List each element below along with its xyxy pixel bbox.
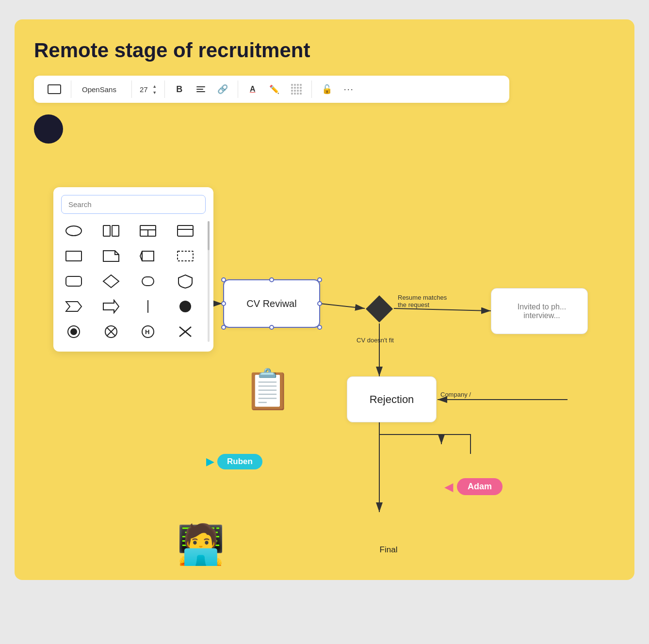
shape-table[interactable]	[135, 221, 161, 241]
align-button[interactable]	[192, 80, 210, 98]
rejection-label: Rejection	[370, 393, 414, 406]
shapes-scrollbar	[208, 221, 210, 342]
more-icon: ···	[344, 84, 354, 95]
page-title: Remote stage of recruitment	[34, 39, 615, 62]
shapes-panel: H	[53, 187, 213, 352]
svg-marker-9	[103, 251, 119, 261]
link-icon: 🔗	[217, 84, 228, 95]
handle-mr	[317, 301, 322, 306]
shape-rect[interactable]	[61, 246, 86, 266]
invited-label: Invited to ph...interview...	[514, 299, 570, 324]
svg-rect-2	[112, 225, 119, 236]
rejection-node[interactable]: Rejection	[347, 376, 437, 422]
shape-line[interactable]	[135, 296, 161, 317]
toolbar-divider-1	[71, 80, 71, 98]
cv-reviwal-label: CV Reviwal	[246, 298, 296, 309]
shape-chevron[interactable]	[61, 296, 86, 317]
page-container: Remote stage of recruitment OpenSans 27 …	[15, 19, 634, 580]
ruben-cursor: ▶ Ruben	[206, 454, 262, 469]
final-label: Final	[374, 545, 403, 555]
svg-line-33	[394, 308, 491, 311]
handle-tm	[269, 277, 274, 282]
font-size-up[interactable]: ▲	[151, 83, 159, 89]
align-icon	[196, 86, 205, 92]
lock-button[interactable]: 🔓	[318, 80, 336, 98]
shape-stadium[interactable]	[135, 271, 161, 291]
adam-cursor: ◀ Adam	[444, 478, 503, 495]
svg-point-0	[66, 226, 81, 236]
shape-card[interactable]	[173, 221, 198, 241]
shape-rounded-rect[interactable]	[61, 271, 86, 291]
pen-button[interactable]: ✏️	[265, 80, 283, 98]
ruben-cursor-arrow: ▶	[206, 455, 214, 468]
handle-br	[317, 325, 322, 330]
invited-node[interactable]: Invited to ph...interview...	[491, 288, 588, 334]
resume-matches-label: Resume matchesthe request	[398, 294, 447, 308]
lock-icon: 🔓	[322, 84, 332, 95]
shape-arrow-right[interactable]	[98, 296, 124, 317]
shape-x-mark[interactable]	[173, 322, 198, 342]
company-label: Company /	[440, 391, 471, 398]
handle-bl	[221, 325, 226, 330]
shape-columns[interactable]	[98, 221, 124, 241]
shape-h-circle[interactable]: H	[135, 322, 161, 342]
shape-shield[interactable]	[173, 271, 198, 291]
text-color-button[interactable]: A	[244, 80, 261, 98]
svg-point-21	[70, 328, 77, 335]
cv-doesnt-fit-label: CV doesn't fit	[357, 337, 394, 344]
adam-cursor-label: Adam	[457, 478, 503, 495]
font-size-down[interactable]: ▼	[151, 90, 159, 96]
pen-icon: ✏️	[269, 84, 279, 95]
shapes-search-input[interactable]	[61, 195, 206, 214]
handle-tl	[221, 277, 226, 282]
handle-ml	[221, 301, 226, 306]
svg-rect-13	[66, 276, 81, 286]
grid-button[interactable]	[287, 80, 306, 98]
shape-oval[interactable]	[61, 221, 86, 241]
toolbar-divider-2	[131, 80, 132, 98]
svg-marker-17	[103, 300, 119, 313]
bold-button[interactable]: B	[171, 80, 188, 98]
svg-text:H: H	[145, 328, 149, 336]
svg-rect-12	[178, 251, 193, 261]
svg-rect-6	[178, 225, 193, 236]
svg-marker-16	[66, 302, 81, 311]
cv-reviwal-node[interactable]: CV Reviwal	[223, 279, 320, 328]
svg-point-19	[179, 301, 191, 312]
toolbar: OpenSans 27 ▲ ▼ B 🔗 A ✏️	[34, 76, 509, 103]
text-color-icon: A	[250, 85, 256, 94]
toolbar-divider-5	[311, 80, 312, 98]
font-size-control: 27 ▲ ▼	[138, 83, 159, 96]
shape-process[interactable]	[135, 246, 161, 266]
handle-bm	[269, 325, 274, 330]
svg-line-32	[320, 304, 365, 308]
final-node[interactable]	[34, 114, 63, 144]
shapes-grid: H	[61, 221, 206, 342]
adam-cursor-arrow: ◀	[444, 480, 453, 494]
shape-folded[interactable]	[98, 246, 124, 266]
ruben-cursor-label: Ruben	[217, 454, 262, 469]
font-size-value: 27	[138, 85, 150, 94]
shape-bullseye[interactable]	[61, 322, 86, 342]
shape-tool-button[interactable]	[44, 80, 65, 98]
shapes-scrollbar-thumb	[208, 221, 210, 250]
shape-x-circle[interactable]	[98, 322, 124, 342]
clipboard-emoji: 📋	[243, 367, 292, 412]
font-selector[interactable]: OpenSans	[77, 85, 126, 94]
svg-marker-38	[366, 295, 393, 322]
more-button[interactable]: ···	[340, 80, 358, 98]
svg-marker-14	[103, 275, 119, 288]
toolbar-divider-3	[164, 80, 165, 98]
shape-circle-filled[interactable]	[173, 296, 198, 317]
diamond-node[interactable]	[365, 294, 394, 323]
shape-dashed-rect[interactable]	[173, 246, 198, 266]
font-size-arrows: ▲ ▼	[151, 83, 159, 96]
toolbar-divider-4	[238, 80, 238, 98]
rect-icon	[48, 84, 61, 94]
character-emoji: 🧑‍💻	[177, 522, 225, 567]
canvas-area[interactable]: H	[34, 114, 615, 551]
shape-diamond[interactable]	[98, 271, 124, 291]
grid-icon	[291, 84, 302, 95]
svg-rect-1	[103, 225, 110, 236]
link-button[interactable]: 🔗	[213, 80, 232, 98]
